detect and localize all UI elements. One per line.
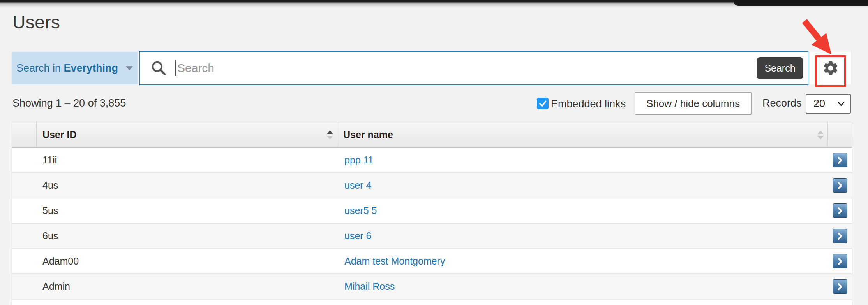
table-row: 4ususer 4: [12, 173, 852, 198]
user-name-cell: ppp 11: [337, 148, 828, 172]
sort-icon: [817, 130, 824, 140]
chevron-right-icon: [835, 257, 845, 266]
row-action-cell: [828, 173, 852, 198]
search-box: Search: [139, 51, 808, 85]
search-input[interactable]: [176, 54, 757, 82]
top-bar-right-segment: [734, 0, 868, 6]
row-action-cell: [828, 198, 852, 223]
sort-asc-icon: [327, 130, 333, 140]
user-name-cell: user 4: [337, 173, 828, 198]
row-indent-cell: [12, 274, 37, 299]
search-icon: [150, 60, 167, 77]
text-cursor: [175, 60, 176, 76]
user-id-cell: 11ii: [37, 148, 337, 172]
show-hide-columns-button[interactable]: Show / hide columns: [635, 92, 752, 115]
settings-gear-button[interactable]: [810, 51, 851, 85]
header-user-name[interactable]: User name: [337, 122, 828, 147]
user-name-cell: Adam test Montgomery: [337, 249, 828, 273]
user-name-link[interactable]: ppp 11: [344, 154, 374, 166]
embedded-links-checkbox[interactable]: [537, 98, 549, 109]
chevron-right-icon: [835, 181, 845, 190]
results-count: Showing 1 – 20 of 3,855: [12, 97, 126, 109]
page-title: Users: [12, 12, 60, 33]
row-indent-cell: [12, 249, 37, 273]
table-row: 5ususer5 5: [12, 198, 852, 224]
records-select[interactable]: 20: [806, 94, 851, 114]
user-name-link[interactable]: Adam test Montgomery: [344, 256, 445, 267]
table-row: 6ususer 6: [12, 224, 852, 249]
header-user-id[interactable]: User ID: [37, 122, 337, 147]
table-row-partial: [12, 300, 852, 305]
users-table: User ID User name 11iippp 114ususer 45us…: [12, 122, 852, 305]
search-scope-value: Everything: [64, 62, 118, 74]
user-id-cell: 4us: [37, 173, 337, 198]
row-indent-cell: [12, 198, 37, 223]
chevron-right-icon: [835, 156, 845, 165]
table-row: 11iippp 11: [12, 148, 852, 173]
chevron-right-icon: [835, 282, 845, 291]
row-action-cell: [828, 249, 852, 273]
user-id-cell: 5us: [37, 198, 337, 223]
user-name-link[interactable]: user 4: [344, 180, 371, 191]
chevron-down-icon: [126, 66, 133, 70]
records-value: 20: [813, 98, 836, 110]
gear-icon: [822, 60, 839, 77]
chevron-right-icon: [835, 206, 845, 216]
user-id-cell: Adam00: [37, 249, 337, 273]
user-id-cell: 6us: [37, 224, 337, 248]
table-row: AdminMihail Ross: [12, 274, 852, 300]
search-scope-dropdown[interactable]: Search in Everything: [12, 52, 138, 84]
user-name-cell: user5 5: [337, 198, 828, 223]
user-name-cell: user 6: [337, 224, 828, 248]
table-row: Adam00Adam test Montgomery: [12, 249, 852, 274]
user-name-link[interactable]: user5 5: [344, 205, 377, 216]
chevron-down-icon: [836, 99, 846, 109]
user-name-link[interactable]: Mihail Ross: [344, 281, 395, 292]
embedded-links-label: Embedded links: [551, 98, 626, 110]
open-row-button[interactable]: [833, 153, 847, 167]
row-indent-cell: [12, 148, 37, 172]
search-button[interactable]: Search: [757, 57, 803, 79]
user-name-link[interactable]: user 6: [344, 230, 371, 242]
chevron-right-icon: [835, 231, 845, 241]
open-row-button[interactable]: [833, 203, 847, 218]
row-indent-cell: [12, 173, 37, 198]
user-name-cell: Mihail Ross: [337, 274, 828, 299]
row-action-cell: [828, 274, 852, 299]
open-row-button[interactable]: [833, 229, 847, 243]
header-indent-cell: [12, 122, 37, 147]
header-action-cell: [828, 122, 852, 147]
open-row-button[interactable]: [833, 279, 847, 294]
records-label: Records: [762, 97, 802, 109]
row-action-cell: [828, 224, 852, 248]
table-body: 11iippp 114ususer 45ususer5 56ususer 6Ad…: [12, 148, 852, 305]
user-id-cell: Admin: [37, 274, 337, 299]
table-header-row: User ID User name: [12, 122, 852, 148]
row-indent-cell: [12, 224, 37, 248]
check-icon: [538, 99, 547, 108]
row-action-cell: [828, 148, 852, 172]
open-row-button[interactable]: [833, 254, 847, 268]
search-scope-text: Search in Everything: [16, 62, 118, 74]
open-row-button[interactable]: [833, 178, 847, 193]
